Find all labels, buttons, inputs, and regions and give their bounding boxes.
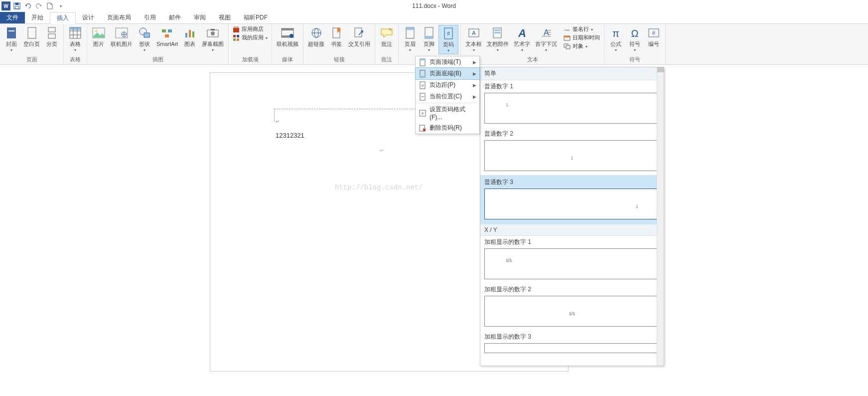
tab-insert[interactable]: 插入	[50, 12, 76, 24]
chart-button[interactable]: 图表	[180, 25, 199, 48]
tab-mailings[interactable]: 邮件	[162, 12, 187, 23]
header-button[interactable]: 页眉 ▾	[401, 25, 420, 53]
equation-button[interactable]: π 公式 ▾	[606, 25, 625, 53]
scrollbar-thumb[interactable]	[657, 67, 664, 72]
tab-home[interactable]: 开始	[25, 12, 50, 23]
table-button[interactable]: 表格 ▾	[66, 25, 85, 53]
menu-page-top[interactable]: 页面顶端(T) ▶	[416, 56, 479, 68]
gallery-item-bold3[interactable]: 加粗显示的数字 3	[480, 331, 664, 353]
object-icon	[564, 43, 571, 50]
remove-pagenum-icon	[419, 124, 427, 132]
gallery-item-plain1[interactable]: 普通数字 1 1	[480, 80, 664, 124]
paragraph-mark: ↵	[276, 119, 280, 124]
gallery-item-plain3[interactable]: 普通数字 3 1	[480, 175, 664, 224]
chevron-down-icon: ▾	[74, 48, 76, 52]
svg-rect-35	[282, 28, 293, 30]
myapps-button[interactable]: 我的应用 ▾	[231, 33, 270, 42]
svg-text:Ω: Ω	[631, 28, 639, 39]
word-logo: W	[1, 1, 11, 11]
symbol-button[interactable]: Ω 符号 ▾	[625, 25, 644, 53]
gallery-preview: 1/1	[484, 248, 660, 279]
menu-remove-pagenum[interactable]: 删除页码(R)	[416, 122, 479, 134]
window-title: 111.docx - Word	[412, 2, 456, 9]
svg-rect-71	[420, 76, 425, 77]
gallery-preview: 1	[484, 93, 660, 124]
qat-customize-icon[interactable]: ▾	[56, 1, 66, 11]
comment-icon	[380, 26, 394, 40]
wordart-button[interactable]: A 艺术字 ▾	[511, 25, 533, 53]
tab-references[interactable]: 引用	[138, 12, 162, 23]
online-picture-icon	[115, 26, 129, 40]
submenu-arrow-icon: ▶	[473, 83, 476, 88]
footer-icon	[422, 26, 436, 40]
menu-format-pagenum[interactable]: # 设置页码格式(F)...	[416, 104, 479, 122]
tab-design[interactable]: 设计	[76, 12, 101, 23]
save-icon[interactable]	[12, 1, 22, 11]
picture-button[interactable]: 图片	[89, 25, 108, 48]
hyperlink-button[interactable]: 超链接	[305, 25, 327, 48]
store-button[interactable]: 应用商店	[231, 25, 270, 33]
shapes-button[interactable]: 形状 ▾	[135, 25, 154, 53]
menu-current-position[interactable]: 当前位置(C) ▶	[416, 91, 479, 102]
crossref-icon	[352, 26, 366, 40]
tab-foxit[interactable]: 福昕PDF	[237, 12, 274, 23]
chevron-down-icon: ▾	[10, 48, 12, 52]
online-video-button[interactable]: 联机视频	[274, 25, 301, 48]
svg-rect-13	[70, 27, 81, 30]
svg-text:A: A	[472, 30, 476, 36]
object-button[interactable]: 对象 ▾	[562, 42, 602, 50]
cover-page-button[interactable]: 封面 ▾	[2, 25, 21, 53]
cover-page-icon	[4, 26, 18, 40]
quick-parts-button[interactable]: 文档部件 ▾	[484, 25, 511, 53]
myapps-icon	[233, 34, 240, 41]
menu-page-bottom[interactable]: 页面底端(B) ▶	[415, 67, 480, 80]
shapes-icon	[138, 26, 151, 40]
new-doc-icon[interactable]	[45, 1, 55, 11]
textbox-icon: A	[467, 26, 481, 40]
dropcap-button[interactable]: A 首字下沉 ▾	[533, 25, 560, 53]
gallery-item-bold2[interactable]: 加粗显示的数字 2 1/1	[480, 283, 664, 327]
symbol-icon: Ω	[628, 26, 642, 40]
page-number-button[interactable]: # 页码 ▾	[438, 25, 458, 54]
chevron-down-icon: ▾	[521, 48, 523, 52]
gallery-scrollbar[interactable]	[657, 67, 664, 366]
tab-view[interactable]: 视图	[212, 12, 237, 23]
bookmark-button[interactable]: 书签	[327, 25, 346, 48]
chart-icon	[183, 26, 197, 40]
smartart-button[interactable]: SmartArt	[154, 25, 180, 48]
page-number-icon: #	[441, 26, 455, 40]
tab-review[interactable]: 审阅	[187, 12, 212, 23]
comment-button[interactable]: 批注	[377, 25, 396, 48]
footer-button[interactable]: 页脚 ▾	[420, 25, 438, 53]
document-content[interactable]: 12312321	[276, 132, 304, 139]
undo-icon[interactable]	[23, 1, 33, 11]
gallery-item-bold1[interactable]: 加粗显示的数字 1 1/1	[480, 236, 664, 279]
group-text: A 文本框 ▾ 文档部件 ▾ A 艺术字 ▾ A 首字下沉 ▾	[461, 24, 604, 64]
datetime-button[interactable]: 日期和时间	[562, 33, 602, 42]
blank-page-icon	[25, 26, 39, 40]
blank-page-button[interactable]: 空白页	[21, 25, 42, 48]
submenu-arrow-icon: ▶	[473, 71, 476, 76]
crossref-button[interactable]: 交叉引用	[346, 25, 373, 48]
page-bottom-icon	[419, 70, 427, 78]
screenshot-button[interactable]: 屏幕截图 ▾	[199, 25, 226, 53]
menu-page-margins[interactable]: # 页边距(P) ▶	[416, 79, 479, 91]
group-label-comments: 批注	[377, 55, 396, 64]
gallery-item-plain2[interactable]: 普通数字 2 1	[480, 128, 664, 171]
online-picture-button[interactable]: 联机图片	[108, 25, 135, 48]
group-label-tables: 表格	[66, 55, 85, 64]
svg-text:#: #	[422, 83, 424, 88]
page-break-button[interactable]: 分页	[42, 25, 61, 48]
tab-layout[interactable]: 页面布局	[101, 12, 138, 23]
group-label-symbols: 符号	[606, 55, 663, 64]
group-symbols: π 公式 ▾ Ω 符号 ▾ # 编号 符号	[604, 24, 666, 64]
number-button[interactable]: # 编号	[644, 25, 663, 48]
quick-access-toolbar: W ▾	[0, 1, 66, 11]
redo-icon[interactable]	[34, 1, 44, 11]
signature-button[interactable]: 签名行 ▾	[562, 25, 602, 33]
tab-file[interactable]: 文件	[0, 12, 25, 23]
svg-rect-30	[233, 35, 236, 37]
menu-separator	[416, 103, 479, 103]
group-addins: 应用商店 我的应用 ▾ 加载项	[229, 24, 272, 64]
textbox-button[interactable]: A 文本框 ▾	[463, 25, 484, 53]
